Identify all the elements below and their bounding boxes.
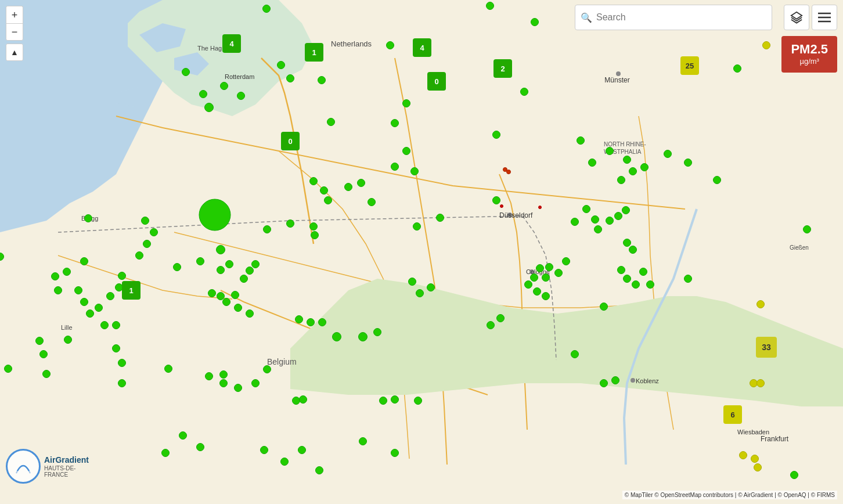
air-quality-dot[interactable] bbox=[756, 379, 765, 387]
air-quality-dot[interactable] bbox=[35, 337, 44, 345]
cluster-badge[interactable]: 4 bbox=[413, 38, 431, 57]
air-quality-dot[interactable] bbox=[251, 260, 260, 268]
air-quality-dot[interactable] bbox=[179, 431, 187, 440]
air-quality-dot[interactable] bbox=[150, 228, 158, 236]
air-quality-dot[interactable] bbox=[739, 451, 747, 459]
air-quality-dot[interactable] bbox=[402, 99, 410, 107]
air-quality-dot[interactable] bbox=[623, 275, 631, 283]
search-input[interactable] bbox=[575, 5, 772, 30]
air-quality-dot[interactable] bbox=[54, 286, 62, 294]
air-quality-dot[interactable] bbox=[591, 215, 599, 224]
air-quality-dot[interactable] bbox=[617, 266, 625, 274]
air-quality-dot[interactable] bbox=[106, 292, 114, 300]
air-quality-dot[interactable] bbox=[112, 344, 120, 352]
air-quality-dot[interactable] bbox=[496, 314, 505, 322]
air-quality-dot[interactable] bbox=[436, 214, 444, 222]
air-quality-dot[interactable] bbox=[629, 246, 637, 254]
air-quality-dot[interactable] bbox=[629, 167, 637, 175]
air-quality-dot[interactable] bbox=[309, 222, 318, 231]
air-quality-dot[interactable] bbox=[74, 286, 82, 294]
air-quality-dot[interactable] bbox=[118, 379, 126, 387]
air-quality-dot[interactable] bbox=[606, 217, 614, 225]
air-quality-dot[interactable] bbox=[391, 163, 399, 171]
air-quality-dot[interactable] bbox=[64, 336, 72, 344]
cluster-badge[interactable]: 25 bbox=[680, 56, 699, 75]
air-quality-dot[interactable] bbox=[416, 289, 424, 297]
air-quality-dot[interactable] bbox=[487, 321, 495, 329]
zoom-in-button[interactable]: + bbox=[6, 6, 23, 23]
air-quality-dot[interactable] bbox=[713, 176, 721, 184]
air-quality-dot[interactable] bbox=[251, 379, 260, 387]
air-quality-dot[interactable] bbox=[112, 321, 120, 329]
air-quality-dot[interactable] bbox=[402, 147, 410, 155]
air-quality-dot[interactable] bbox=[280, 458, 289, 466]
air-quality-dot[interactable] bbox=[332, 332, 341, 341]
air-quality-dot[interactable] bbox=[410, 167, 419, 175]
air-quality-dot[interactable] bbox=[542, 273, 550, 282]
air-quality-dot[interactable] bbox=[533, 287, 541, 296]
air-quality-dot[interactable] bbox=[500, 204, 503, 208]
air-quality-dot[interactable] bbox=[492, 131, 500, 139]
air-quality-dot[interactable] bbox=[611, 376, 619, 384]
air-quality-dot[interactable] bbox=[141, 217, 149, 225]
air-quality-dot[interactable] bbox=[231, 291, 239, 299]
air-quality-dot[interactable] bbox=[562, 257, 570, 265]
air-quality-dot[interactable] bbox=[790, 471, 798, 479]
air-quality-dot[interactable] bbox=[684, 275, 692, 283]
air-quality-dot[interactable] bbox=[571, 218, 579, 226]
air-quality-dot[interactable] bbox=[164, 365, 172, 373]
air-quality-dot[interactable] bbox=[762, 41, 770, 49]
air-quality-dot[interactable] bbox=[240, 275, 248, 283]
air-quality-dot[interactable] bbox=[733, 64, 741, 73]
air-quality-dot[interactable] bbox=[368, 198, 376, 206]
air-quality-dot[interactable] bbox=[234, 384, 242, 392]
air-quality-dot[interactable] bbox=[220, 82, 228, 90]
air-quality-dot[interactable] bbox=[536, 264, 544, 272]
air-quality-dot[interactable] bbox=[617, 176, 625, 184]
air-quality-dot[interactable] bbox=[182, 68, 190, 76]
zoom-controls[interactable]: + − ▲ bbox=[6, 6, 23, 61]
air-quality-dot[interactable] bbox=[135, 251, 143, 260]
air-quality-dot[interactable] bbox=[225, 260, 233, 268]
air-quality-dot[interactable] bbox=[538, 206, 542, 209]
air-quality-dot[interactable] bbox=[295, 315, 303, 323]
air-quality-dot[interactable] bbox=[520, 88, 528, 96]
air-quality-dot[interactable] bbox=[199, 90, 207, 98]
zoom-out-button[interactable]: − bbox=[6, 23, 23, 41]
air-quality-dot[interactable] bbox=[327, 118, 335, 126]
air-quality-dot[interactable] bbox=[427, 283, 435, 291]
air-quality-dot[interactable] bbox=[143, 240, 151, 248]
air-quality-dot[interactable] bbox=[577, 136, 585, 145]
air-quality-dot[interactable] bbox=[632, 280, 640, 289]
air-quality-dot[interactable] bbox=[217, 266, 225, 274]
air-quality-dot[interactable] bbox=[803, 225, 811, 233]
air-quality-dot[interactable] bbox=[84, 214, 92, 222]
air-quality-dot[interactable] bbox=[246, 267, 254, 275]
air-quality-dot[interactable] bbox=[298, 446, 306, 454]
air-quality-dot[interactable] bbox=[373, 328, 381, 336]
air-quality-dot[interactable] bbox=[639, 268, 647, 276]
air-quality-dot[interactable] bbox=[118, 272, 126, 280]
air-quality-dot[interactable] bbox=[623, 239, 631, 247]
cluster-badge[interactable]: 2 bbox=[493, 59, 512, 78]
cluster-badge[interactable]: 4 bbox=[222, 34, 241, 53]
air-quality-dot[interactable] bbox=[86, 309, 94, 318]
air-quality-dot[interactable] bbox=[640, 163, 649, 171]
air-quality-dot[interactable] bbox=[486, 2, 494, 10]
air-quality-dot[interactable] bbox=[80, 257, 88, 265]
air-quality-dot[interactable] bbox=[42, 370, 51, 378]
air-quality-dot[interactable] bbox=[309, 177, 318, 185]
compass-button[interactable]: ▲ bbox=[6, 44, 23, 61]
air-quality-dot[interactable] bbox=[277, 61, 285, 69]
air-quality-dot[interactable] bbox=[246, 309, 254, 318]
air-quality-dot[interactable] bbox=[506, 170, 511, 174]
air-quality-dot[interactable] bbox=[414, 397, 422, 405]
air-quality-dot[interactable] bbox=[358, 332, 368, 341]
cluster-badge[interactable]: 0 bbox=[281, 132, 300, 150]
air-quality-dot[interactable] bbox=[391, 449, 399, 457]
air-quality-dot[interactable] bbox=[582, 205, 590, 213]
air-quality-dot[interactable] bbox=[286, 219, 294, 228]
air-quality-dot[interactable] bbox=[219, 379, 228, 387]
air-quality-dot[interactable] bbox=[588, 159, 596, 167]
air-quality-dot[interactable] bbox=[554, 269, 563, 277]
